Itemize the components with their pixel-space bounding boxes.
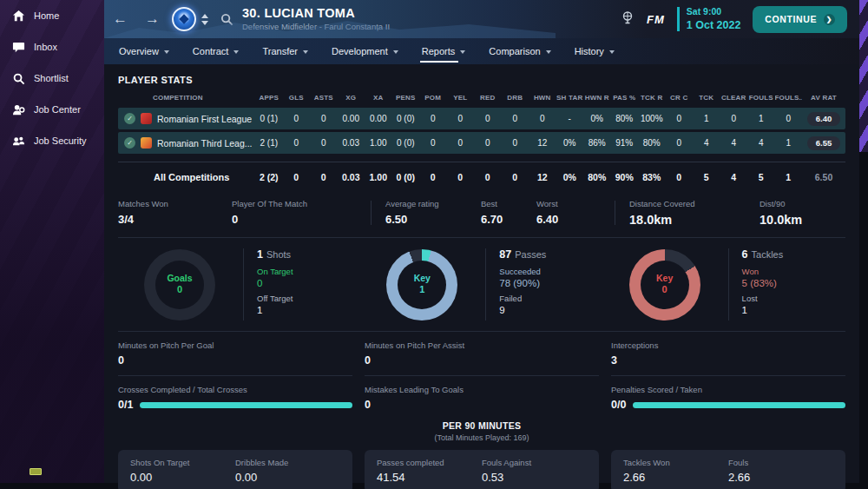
sidebar-item-label: Job Security — [34, 135, 87, 146]
sidebar-item-job-security[interactable]: Job Security — [0, 125, 104, 156]
stat-matches-won: Matches Won 3/4 — [118, 199, 232, 227]
continue-label: CONTINUE — [765, 14, 817, 24]
progress-band: Crosses Completed / Total Crosses 0/1 Mi… — [118, 376, 845, 416]
sidebar-item-label: Home — [34, 10, 59, 21]
divider — [615, 201, 615, 225]
fm-app: Home Inbox Shortlist Job Center Job Secu… — [0, 0, 868, 489]
stat-minutes-per-goal: Minutes on Pitch Per Goal 0 — [118, 340, 352, 376]
chevron-down-icon — [164, 50, 169, 54]
sidebar-item-label: Job Center — [34, 104, 81, 115]
tab-development[interactable]: Development — [332, 41, 398, 62]
sidebar-item-home[interactable]: Home — [0, 0, 104, 31]
stat-player-of-the-match: Player Of The Match 0 — [232, 199, 371, 227]
chevron-down-icon — [303, 50, 308, 54]
chevron-down-icon — [546, 50, 551, 54]
stat-shots-on-target-90: Shots On Target 0.00 — [130, 458, 235, 484]
avg-rating-total: 6.50 — [802, 172, 845, 182]
game-date: Sat 9:00 1 Oct 2022 — [687, 6, 741, 32]
per-90-header: PER 90 MINUTES (Total Minutes Played: 16… — [118, 420, 845, 443]
table-row-all-competitions[interactable]: All Competitions 2 (2) 0 0 0.03 1.00 0 (… — [118, 162, 845, 191]
date-accent-bar — [677, 7, 680, 31]
competition-name: Romanian First League — [157, 114, 252, 124]
table-row-romanian-third-league[interactable]: ✓ Romanian Third Leag... 2 (1) 0 0 0.03 … — [118, 132, 845, 154]
league-badge-icon — [141, 137, 152, 149]
edge-stripes-decor — [859, 0, 868, 152]
stat-crosses-completed: Crosses Completed / Total Crosses 0/1 — [118, 385, 352, 411]
game-time: Sat 9:00 — [687, 6, 741, 18]
goals-donut-block: Goals 0 1Shots On Target0 Off Target1 — [118, 248, 360, 320]
section-tabs: Overview Contract Transfer Development R… — [104, 38, 859, 64]
tackles-donut-chart: Key 0 — [629, 249, 700, 320]
crosses-progress-bar — [140, 402, 352, 408]
tab-overview[interactable]: Overview — [119, 41, 169, 62]
sidebar-item-label: Shortlist — [34, 73, 69, 83]
sidebar: Home Inbox Shortlist Job Center Job Secu… — [0, 0, 104, 483]
per-90-title: PER 90 MINUTES — [118, 420, 845, 433]
player-stats-title: PLAYER STATS — [118, 75, 845, 85]
shortlist-icon — [11, 71, 25, 85]
per-90-card-shooting: Shots On Target 0.00 Dribbles Made 0.00 — [118, 450, 352, 489]
stat-passes-completed-90: Passes completed 41.54 — [377, 458, 482, 484]
per-90-card-passing: Passes completed 41.54 Fouls Against 0.5… — [365, 450, 599, 489]
stat-dist-per-90: Dist/90 10.0km — [760, 199, 845, 227]
continue-button[interactable]: CONTINUE ❯ — [753, 6, 847, 33]
played-check-icon: ✓ — [124, 137, 135, 149]
per-90-card-defending: Tackles Won 2.66 Fouls 2.66 — [611, 450, 845, 489]
penalties-progress-bar — [633, 402, 845, 408]
tab-contract[interactable]: Contract — [193, 41, 240, 62]
competition-name: Romanian Third Leag... — [157, 138, 253, 149]
continue-arrow-icon: ❯ — [824, 14, 835, 25]
stat-dribbles-made-90: Dribbles Made 0.00 — [235, 458, 340, 484]
tackles-donut-block: Key 0 6Tackles Won5 (83%) Lost1 — [603, 248, 845, 320]
main-panel: ← → 30. LUCIAN TOMA Defensive Midfielder… — [104, 0, 859, 483]
stat-fouls-90: Fouls 2.66 — [728, 458, 833, 484]
stats-table-header: COMPETITION APPS GLS ASTS XG XA PENS POM… — [118, 94, 845, 102]
fm-logo: FM — [647, 13, 665, 26]
club-badge-icon[interactable] — [172, 7, 196, 31]
stat-best-rating: Best 6.70 — [481, 199, 536, 227]
stat-fouls-against-90: Fouls Against 0.53 — [482, 458, 587, 484]
stats-content: PLAYER STATS COMPETITION APPS GLS ASTS X… — [104, 64, 859, 483]
job-security-icon — [11, 134, 25, 148]
passes-donut-block: Key 1 87Passes Succeeded78 (90%) Failed9 — [360, 248, 602, 320]
sidebar-item-job-center[interactable]: Job Center — [0, 94, 104, 125]
played-check-icon: ✓ — [124, 113, 135, 124]
passes-donut-chart: Key 1 — [386, 249, 457, 320]
chevron-down-icon — [460, 50, 465, 54]
per-90-cards: Shots On Target 0.00 Dribbles Made 0.00 … — [118, 450, 845, 489]
stat-mistakes-leading-to-goals: Mistakes Leading To Goals 0 — [365, 385, 599, 411]
stat-worst-rating: Worst 6.40 — [536, 199, 615, 227]
tab-transfer[interactable]: Transfer — [262, 41, 308, 62]
tab-comparison[interactable]: Comparison — [489, 41, 550, 62]
tab-history[interactable]: History — [575, 41, 615, 62]
job-center-icon — [11, 102, 25, 116]
sidebar-item-shortlist[interactable]: Shortlist — [0, 63, 104, 94]
goals-donut-chart: Goals 0 — [144, 249, 215, 320]
top-right-cluster: FM Sat 9:00 1 Oct 2022 CONTINUE ❯ — [621, 6, 859, 33]
avg-rating-badge: 6.55 — [807, 136, 840, 150]
league-badge-icon — [141, 113, 152, 124]
avg-rating-badge: 6.40 — [807, 112, 840, 126]
per-90-subtitle: (Total Minutes Played: 169) — [118, 433, 845, 444]
total-row-label: All Competitions — [118, 172, 255, 182]
date-block: Sat 9:00 1 Oct 2022 — [677, 6, 741, 32]
donut-band: Goals 0 1Shots On Target0 Off Target1 Ke… — [118, 238, 845, 332]
stat-tackles-won-90: Tackles Won 2.66 — [623, 458, 728, 484]
stat-minutes-per-assist: Minutes on Pitch Per Assist 0 — [365, 340, 599, 376]
mid-stats-band: Minutes on Pitch Per Goal 0 Minutes on P… — [118, 332, 845, 376]
inbox-icon — [11, 40, 25, 54]
chevron-down-icon — [393, 50, 398, 54]
sidebar-item-inbox[interactable]: Inbox — [0, 31, 104, 63]
top-bar: ← → 30. LUCIAN TOMA Defensive Midfielder… — [104, 0, 859, 38]
table-row-romanian-first-league[interactable]: ✓ Romanian First League 0 (1) 0 0 0.00 0… — [118, 108, 845, 129]
tab-reports[interactable]: Reports — [422, 41, 466, 62]
stat-penalties-scored: Penalties Scored / Taken 0/0 — [611, 385, 845, 411]
sidebar-item-label: Inbox — [34, 42, 57, 52]
home-icon — [11, 9, 25, 23]
stat-distance-covered: Distance Covered 18.0km — [629, 199, 760, 227]
game-day: 1 Oct 2022 — [687, 18, 741, 32]
chevron-down-icon — [233, 50, 239, 54]
world-icon[interactable] — [621, 10, 635, 28]
divider — [371, 201, 372, 225]
stat-average-rating: Average rating 6.50 — [385, 199, 481, 227]
